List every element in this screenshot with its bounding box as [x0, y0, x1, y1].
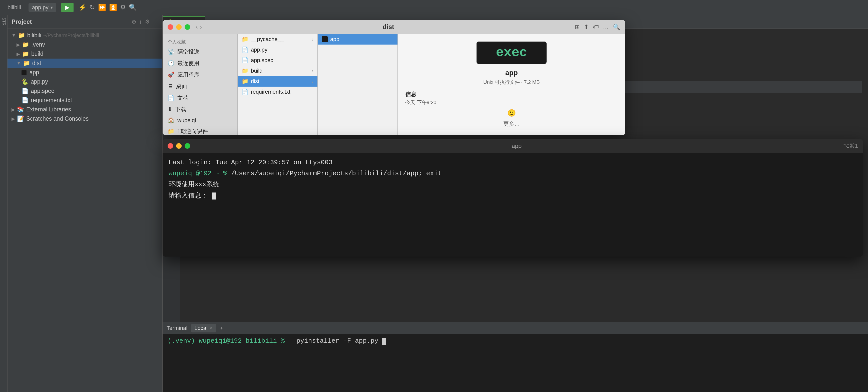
finder-sidebar-wupeiqi[interactable]: 🏠 wupeiqi [163, 115, 238, 126]
terminal-output-2: 请输入信息： [168, 192, 208, 200]
terminal-line4: 请输入信息： [168, 190, 857, 201]
tree-label-ext-libs: External Libraries [26, 106, 71, 113]
terminal-area: Terminal Local ✕ + (.venv) wupeiqi@192 b… [163, 322, 868, 392]
scratches-icon: 📝 [17, 115, 24, 122]
app-menu-bilibili[interactable]: bilibili [5, 3, 24, 12]
sidebar-airdrop-label: 隔空投送 [177, 48, 199, 56]
finder-sidebar-docs[interactable]: 📄 文稿 [163, 92, 238, 103]
file-item-app-py[interactable]: 📄 app.py [238, 44, 317, 55]
project-header: Project ⊕ ↕ ⚙ — [7, 15, 162, 29]
finder-sidebar-downloads[interactable]: ⬇ 下载 [163, 103, 238, 115]
pycache-folder-icon: 📁 [242, 36, 248, 42]
collapse-icon[interactable]: — [153, 19, 158, 25]
finder-sidebar-folder1[interactable]: 📁 1期逆向课件 [163, 126, 238, 135]
terminal-content[interactable]: (.venv) wupeiqi@192 bilibili % pyinstall… [163, 334, 868, 392]
finder-sidebar-apps[interactable]: 🚀 应用程序 [163, 69, 238, 81]
ext-libs-icon: 📚 [17, 106, 24, 113]
tree-label-app: app [30, 69, 39, 76]
finder-action-icon[interactable]: … [603, 24, 609, 31]
file-item-app-spec[interactable]: 📄 app.spec [238, 55, 317, 66]
tree-item-app-py[interactable]: 🐍 app.py [7, 77, 162, 86]
macos-terminal-content[interactable]: Last login: Tue Apr 12 20:39:57 on ttys0… [163, 153, 863, 257]
finder-sidebar-desktop[interactable]: 🖥 桌面 [163, 81, 238, 92]
finder-preview-app-icon: exec [476, 41, 547, 64]
tree-item-scratches[interactable]: ▶ 📝 Scratches and Consoles [7, 114, 162, 123]
finder-sidebar-airdrop[interactable]: 📡 隔空投送 [163, 46, 238, 58]
file-label-app-py: app.py [251, 47, 268, 53]
file-item-dist[interactable]: 📁 dist › [238, 76, 317, 87]
py-file-icon: 🐍 [22, 78, 29, 85]
toolbar-icon-3[interactable]: ⏩ [98, 3, 106, 11]
terminal-tab-local[interactable]: Local ✕ [191, 324, 216, 332]
terminal-tabs: Terminal Local ✕ + [163, 322, 868, 334]
preview-more-link[interactable]: 更多… [503, 120, 520, 128]
toolbar-icon-5[interactable]: ⚙ [120, 3, 126, 11]
finder-view-icon[interactable]: ⊞ [575, 24, 580, 31]
project-header-icons: ⊕ ↕ ⚙ — [131, 19, 158, 25]
file-label-dist: dist [251, 78, 259, 85]
spec-file-icon: 📄 [22, 88, 29, 94]
finder-preview: exec app Unix 可执行文件 · 7.2 MB 信息 今天 下午9:2… [398, 34, 625, 135]
terminal-fullscreen-btn[interactable] [185, 143, 190, 149]
sidebar-wupeiqi-label: wupeiqi [177, 117, 196, 124]
macos-terminal-titlebar: app ⌥⌘1 [163, 139, 863, 153]
dist-chevron: › [312, 79, 313, 84]
terminal-prompt-2: wupeiqi@192 ~ % [168, 170, 231, 177]
sidebar-downloads-label: 下载 [175, 105, 186, 113]
finder-col2: app [318, 34, 398, 135]
terminal-cursor [382, 338, 386, 345]
terminal-line2: wupeiqi@192 ~ % /Users/wupeiqi/PycharmPr… [168, 168, 857, 179]
finder-share-icon[interactable]: ⬆ [584, 24, 589, 31]
downloads-icon: ⬇ [167, 106, 172, 113]
add-icon[interactable]: ⊕ [131, 19, 136, 25]
tree-item-app[interactable]: app [7, 68, 162, 77]
terminal-add-icon[interactable]: + [220, 325, 223, 331]
terminal-minimize-btn[interactable] [176, 143, 182, 149]
toolbar-icon-2[interactable]: ↻ [90, 3, 95, 11]
preview-info-date: 今天 下午9:20 [405, 99, 436, 106]
app-tab[interactable]: app.py ▾ [29, 3, 56, 12]
tree-label-app-spec: app.spec [31, 88, 54, 94]
settings-icon[interactable]: ⚙ [145, 19, 150, 25]
folder1-icon: 📁 [167, 128, 174, 135]
structure-icon[interactable]: STR [1, 18, 6, 26]
toolbar-icons: ⚡ ↻ ⏩ ⏫ ⚙ 🔍 [79, 3, 137, 11]
macos-terminal-cursor [212, 192, 216, 200]
file-item-requirements[interactable]: 📄 requirements.txt [238, 87, 317, 97]
chevron-icon: ▶ [11, 116, 15, 122]
finder-back-btn[interactable]: ‹ [196, 23, 198, 31]
folder-icon: 📁 [22, 41, 29, 48]
recent-icon: 🕐 [167, 60, 174, 67]
tree-item-requirements[interactable]: 📄 requirements.txt [7, 96, 162, 105]
toolbar-icon-4[interactable]: ⏫ [109, 3, 117, 11]
tree-item-app-spec[interactable]: 📄 app.spec [7, 86, 162, 96]
tree-item-bilibili[interactable]: ▼ 📁 bilibili ~/PycharmProjects/bilibili [7, 31, 162, 40]
run-button[interactable]: ▶ [61, 3, 73, 12]
terminal-close-btn[interactable] [167, 143, 173, 149]
finder-close-btn[interactable] [167, 24, 173, 30]
tree-label-bilibili: bilibili [27, 32, 41, 39]
terminal-prompt: (.venv) wupeiqi@192 bilibili % [167, 337, 285, 345]
sort-icon[interactable]: ↕ [139, 19, 142, 25]
finder-nav-buttons: ‹ › [196, 23, 202, 31]
finder-forward-btn[interactable]: › [200, 23, 202, 31]
file-item-build[interactable]: 📁 build › [238, 66, 317, 76]
tree-item-venv[interactable]: ▶ 📁 .venv [7, 40, 162, 49]
tree-item-dist[interactable]: ▼ 📁 dist [7, 59, 162, 68]
finder-maximize-btn[interactable] [185, 24, 190, 30]
tree-item-ext-libs[interactable]: ▶ 📚 External Libraries [7, 105, 162, 114]
finder-search-icon[interactable]: 🔍 [613, 24, 620, 31]
tree-item-build[interactable]: ▶ 📁 build [7, 49, 162, 59]
toolbar-icon-1[interactable]: ⚡ [79, 3, 87, 11]
terminal-close-icon[interactable]: ✕ [210, 326, 213, 330]
folder-icon: 📁 [18, 32, 25, 39]
file-item-app-exec[interactable]: app [318, 34, 398, 44]
finder-titlebar: ‹ › dist ⊞ ⬆ 🏷 … 🔍 [163, 20, 625, 34]
finder-sidebar-recent[interactable]: 🕐 最近使用 [163, 58, 238, 69]
preview-app-name: app [505, 69, 518, 77]
finder-minimize-btn[interactable] [176, 24, 182, 30]
finder-window: ‹ › dist ⊞ ⬆ 🏷 … 🔍 个人收藏 📡 隔空投送 🕐 最近使用 🚀 [163, 20, 625, 135]
finder-tag-icon[interactable]: 🏷 [593, 24, 599, 31]
search-icon[interactable]: 🔍 [129, 3, 137, 11]
file-item-pycache[interactable]: 📁 __pycache__ › [238, 34, 317, 44]
